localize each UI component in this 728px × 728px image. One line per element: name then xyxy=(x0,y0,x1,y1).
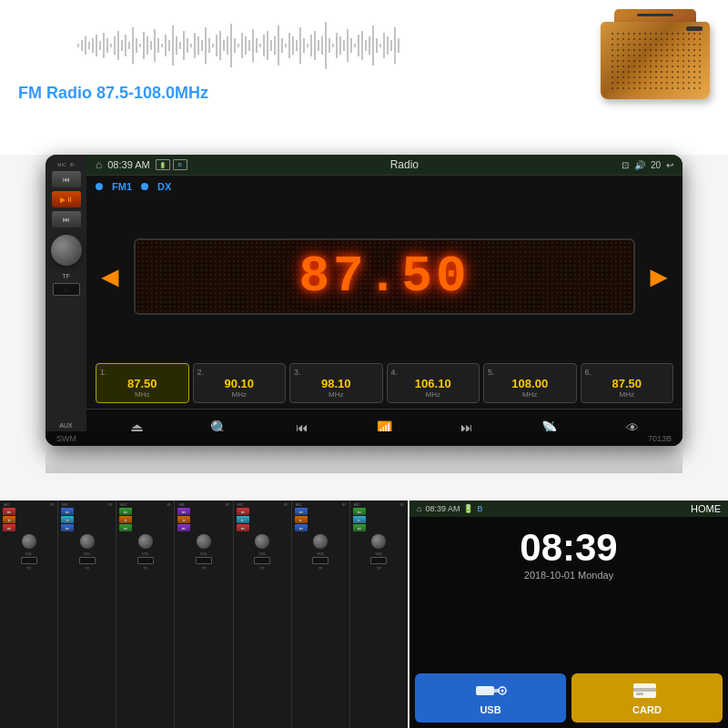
status-icons: 🔋 B xyxy=(156,159,187,170)
unit-tf-label-3: TF xyxy=(118,566,172,571)
prev-track-btn[interactable]: ⏮ xyxy=(52,171,81,187)
svg-rect-13 xyxy=(125,35,126,56)
freq-next-btn[interactable]: ► xyxy=(644,260,673,294)
svg-rect-11 xyxy=(117,31,119,60)
svg-rect-16 xyxy=(136,38,137,53)
unit-tf-7 xyxy=(370,557,387,564)
svg-rect-19 xyxy=(147,36,148,55)
svg-rect-7 xyxy=(103,33,105,58)
svg-rect-33 xyxy=(197,36,199,55)
preset-num-2: 2. xyxy=(196,368,284,377)
svg-rect-49 xyxy=(256,38,258,53)
preset-mhz-3: MHz xyxy=(292,390,380,399)
mode2-label[interactable]: DX xyxy=(157,181,171,192)
svg-rect-0 xyxy=(77,44,79,47)
svg-rect-52 xyxy=(267,31,268,60)
svg-rect-63 xyxy=(307,44,308,47)
svg-rect-88 xyxy=(398,38,399,53)
unit-btns-1: ⏮ ▶ ⏭ xyxy=(2,507,56,532)
unit-knob-3[interactable] xyxy=(138,534,153,549)
preset-freq-3: 98.10 xyxy=(292,377,380,390)
unit-btn-prev-5[interactable]: ⏮ xyxy=(237,508,249,515)
top-section: FM Radio 87.5-108.0MHz xyxy=(0,0,728,155)
preset-mhz-5: MHz xyxy=(486,390,574,399)
svg-rect-55 xyxy=(278,25,279,66)
preset-btn-4[interactable]: 4. 106.10 MHz xyxy=(387,363,480,403)
screen-icon: ⊡ xyxy=(622,160,629,170)
preset-btn-2[interactable]: 2. 90.10 MHz xyxy=(193,363,287,403)
tf-slot[interactable]: □ xyxy=(53,283,80,296)
svg-rect-6 xyxy=(99,41,101,50)
back-icon[interactable]: ↩ xyxy=(666,160,673,170)
unit-btns-6: ⏮ ▶ ⏭ xyxy=(294,507,348,532)
preset-btn-6[interactable]: 6. 87.50 MHz xyxy=(581,363,674,403)
aux-label: AUX xyxy=(59,422,72,429)
unit-knob-4[interactable] xyxy=(197,534,211,549)
card-btn[interactable]: CARD xyxy=(571,673,723,723)
unit-btn-prev-1[interactable]: ⏮ xyxy=(3,508,15,515)
unit-knob-7[interactable] xyxy=(371,534,386,549)
unit-knob-6[interactable] xyxy=(313,534,328,549)
play-pause-btn[interactable]: ▶⏸ xyxy=(52,191,81,207)
unit-btn-next-1[interactable]: ⏭ xyxy=(3,524,15,531)
svg-rect-95 xyxy=(636,693,643,695)
preset-mhz-2: MHz xyxy=(196,390,284,399)
unit-tf-label-7: TF xyxy=(352,566,406,571)
svg-rect-27 xyxy=(176,36,177,55)
svg-rect-82 xyxy=(376,38,378,53)
svg-rect-77 xyxy=(358,35,359,56)
unit-btn-play-7[interactable]: ▶ xyxy=(353,516,366,523)
unit-knob-1[interactable] xyxy=(22,534,36,549)
unit-btn-play-1[interactable]: ▶ xyxy=(3,516,15,523)
usb-btn[interactable]: USB xyxy=(415,673,566,723)
volume-knob[interactable] xyxy=(51,235,82,266)
svg-rect-64 xyxy=(310,35,312,56)
unit-knob-2[interactable] xyxy=(80,534,95,549)
svg-rect-12 xyxy=(121,40,123,51)
unit-btn-next-2[interactable]: ⏭ xyxy=(61,524,74,531)
svg-rect-40 xyxy=(223,40,225,51)
home-icon[interactable]: ⌂ xyxy=(96,158,102,171)
unit-tf-label-5: TF xyxy=(236,566,289,571)
unit-btn-next-5[interactable]: ⏭ xyxy=(237,524,249,531)
unit-btn-next-6[interactable]: ⏭ xyxy=(295,524,308,531)
svg-rect-71 xyxy=(336,33,338,58)
unit-tf-2 xyxy=(79,557,96,564)
unit-btn-next-3[interactable]: ⏭ xyxy=(119,524,132,531)
svg-rect-51 xyxy=(263,35,265,56)
svg-rect-22 xyxy=(157,38,159,53)
unit-btn-play-6[interactable]: ▶ xyxy=(295,516,308,523)
svg-rect-85 xyxy=(387,36,389,55)
radio-display: FM1 DX ◄ 87.50 ► 1. 87.50 MHz xyxy=(86,176,682,409)
unit-btn-prev-4[interactable]: ⏮ xyxy=(177,508,190,515)
unit-btn-prev-3[interactable]: ⏮ xyxy=(119,508,132,515)
unit-btn-next-7[interactable]: ⏭ xyxy=(353,524,366,531)
header-left: ⌂ 08:39 AM 🔋 B xyxy=(96,158,187,171)
unit-btn-prev-2[interactable]: ⏮ xyxy=(61,508,74,515)
preset-btn-5[interactable]: 5. 108.00 MHz xyxy=(483,363,577,403)
unit-btn-play-5[interactable]: ▶ xyxy=(237,516,249,523)
next-track-btn[interactable]: ⏭ xyxy=(52,211,81,228)
unit-knob-5[interactable] xyxy=(255,534,269,549)
usb-icon xyxy=(475,681,507,701)
mode1-label[interactable]: FM1 xyxy=(112,181,132,192)
unit-btn-prev-7[interactable]: ⏮ xyxy=(353,508,366,515)
freq-prev-btn[interactable]: ◄ xyxy=(96,260,125,294)
screen-area: ⌂ 08:39 AM 🔋 B Radio ⊡ 🔊 20 ↩ xyxy=(86,155,682,446)
unit-vol-label-3: VOL xyxy=(118,551,172,556)
svg-rect-59 xyxy=(292,36,294,55)
unit-tf-label-2: TF xyxy=(60,566,114,571)
svg-rect-67 xyxy=(321,36,323,55)
preset-btn-3[interactable]: 3. 98.10 MHz xyxy=(289,363,383,403)
unit-btn-play-2[interactable]: ▶ xyxy=(61,516,74,523)
svg-rect-89 xyxy=(476,686,494,695)
unit-btn-next-4[interactable]: ⏭ xyxy=(177,524,190,531)
unit-btn-play-3[interactable]: ▶ xyxy=(119,516,132,523)
unit-btn-prev-6[interactable]: ⏮ xyxy=(295,508,308,515)
unit-btn-play-4[interactable]: ▶ xyxy=(177,516,190,523)
preset-freq-5: 108.00 xyxy=(486,377,574,390)
preset-btn-1[interactable]: 1. 87.50 MHz xyxy=(96,363,189,403)
preset-freq-2: 90.10 xyxy=(196,377,284,390)
svg-rect-37 xyxy=(212,44,214,47)
home-bt: B xyxy=(477,504,482,513)
